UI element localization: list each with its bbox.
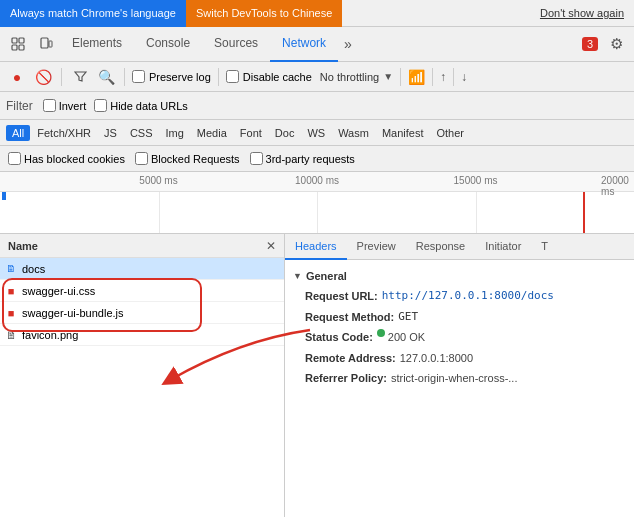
tab-headers[interactable]: Headers	[285, 234, 347, 260]
request-url-label: Request URL:	[305, 288, 378, 305]
devtools-tab-bar: Elements Console Sources Network » 3 ⚙	[0, 27, 634, 62]
tab-timing[interactable]: T	[531, 234, 558, 260]
tab-preview[interactable]: Preview	[347, 234, 406, 260]
filter-manifest-button[interactable]: Manifest	[376, 125, 430, 141]
filter-all-button[interactable]: All	[6, 125, 30, 141]
wifi-icon[interactable]: 📶	[408, 69, 425, 85]
tab-network[interactable]: Network	[270, 27, 338, 62]
detail-status-code: Status Code: 200 OK	[293, 327, 626, 348]
tl-label-1: 5000 ms	[139, 175, 177, 186]
filter-row3: Has blocked cookies Blocked Requests 3rd…	[0, 146, 634, 172]
filter-media-button[interactable]: Media	[191, 125, 233, 141]
disable-cache-input[interactable]	[226, 70, 239, 83]
detail-content: General Request URL: http://127.0.0.1:80…	[285, 260, 634, 395]
svg-rect-0	[12, 38, 17, 43]
import-har-icon[interactable]: ↑	[440, 70, 446, 84]
search-icon[interactable]: 🔍	[95, 66, 117, 88]
blocked-cookies-checkbox[interactable]: Has blocked cookies	[8, 152, 125, 165]
blocked-requests-input[interactable]	[135, 152, 148, 165]
referrer-policy-label: Referrer Policy:	[305, 370, 387, 387]
request-method-label: Request Method:	[305, 309, 394, 326]
settings-icon[interactable]: ⚙	[602, 30, 630, 58]
tl-label-3: 15000 ms	[454, 175, 498, 186]
preserve-log-input[interactable]	[132, 70, 145, 83]
throttling-dropdown-icon[interactable]: ▼	[383, 71, 393, 82]
third-party-input[interactable]	[250, 152, 263, 165]
main-content: Name ✕ 🗎 docs ■ swagger-ui.css ■ swagger…	[0, 234, 634, 517]
detail-pane: Headers Preview Response Initiator T Gen…	[285, 234, 634, 517]
request-row-docs[interactable]: 🗎 docs	[0, 258, 284, 280]
timeline-header: 5000 ms 10000 ms 15000 ms 20000 ms	[0, 172, 634, 192]
third-party-checkbox[interactable]: 3rd-party requests	[250, 152, 355, 165]
throttling-value: No throttling	[320, 71, 379, 83]
close-split-button[interactable]: ✕	[266, 239, 276, 253]
preserve-log-checkbox[interactable]: Preserve log	[132, 70, 211, 83]
disable-cache-checkbox[interactable]: Disable cache	[226, 70, 312, 83]
blue-marker	[2, 192, 6, 200]
img-file-icon: 🗎	[4, 328, 18, 342]
tl-label-4: 20000 ms	[601, 175, 629, 197]
filter-css-button[interactable]: CSS	[124, 125, 159, 141]
timeline-area: 5000 ms 10000 ms 15000 ms 20000 ms	[0, 172, 634, 234]
invert-checkbox[interactable]: Invert	[43, 99, 87, 112]
filter-label: Filter	[6, 99, 33, 113]
blocked-requests-checkbox[interactable]: Blocked Requests	[135, 152, 240, 165]
request-row-favicon[interactable]: 🗎 favicon.png	[0, 324, 284, 346]
request-row-swagger-css[interactable]: ■ swagger-ui.css	[0, 280, 284, 302]
device-toolbar-icon[interactable]	[32, 30, 60, 58]
tab-sources[interactable]: Sources	[202, 27, 270, 62]
more-tabs-button[interactable]: »	[338, 32, 358, 56]
toolbar-separator-1	[61, 68, 62, 86]
filter-doc-button[interactable]: Doc	[269, 125, 301, 141]
red-timeline-line	[583, 192, 585, 233]
request-row-swagger-js[interactable]: ■ swagger-ui-bundle.js	[0, 302, 284, 324]
svg-rect-4	[41, 38, 48, 48]
switch-devtools-button[interactable]: Switch DevTools to Chinese	[186, 0, 342, 27]
js-file-icon: ■	[4, 306, 18, 320]
tl-grid-2	[317, 192, 318, 233]
record-button[interactable]: ●	[6, 66, 28, 88]
blocked-cookies-input[interactable]	[8, 152, 21, 165]
toolbar-separator-3	[218, 68, 219, 86]
filter-ws-button[interactable]: WS	[301, 125, 331, 141]
svg-rect-1	[19, 38, 24, 43]
referrer-policy-value: strict-origin-when-cross-...	[391, 370, 518, 387]
toolbar-separator-4	[400, 68, 401, 86]
toolbar-separator-5	[432, 68, 433, 86]
tab-response[interactable]: Response	[406, 234, 476, 260]
filter-fetch-xhr-button[interactable]: Fetch/XHR	[31, 125, 97, 141]
inspect-icon[interactable]	[4, 30, 32, 58]
filter-img-button[interactable]: Img	[160, 125, 190, 141]
hide-data-urls-checkbox[interactable]: Hide data URLs	[94, 99, 188, 112]
css-file-icon: ■	[4, 284, 18, 298]
filter-bar: Filter Invert Hide data URLs	[0, 92, 634, 120]
request-url-value: http://127.0.0.1:8000/docs	[382, 288, 554, 305]
detail-remote-address: Remote Address: 127.0.0.1:8000	[293, 348, 626, 369]
detail-referrer-policy: Referrer Policy: strict-origin-when-cros…	[293, 368, 626, 389]
error-badge: 3	[582, 37, 598, 51]
download-icon[interactable]: ↓	[461, 70, 467, 84]
detail-tabs: Headers Preview Response Initiator T	[285, 234, 634, 260]
tab-initiator[interactable]: Initiator	[475, 234, 531, 260]
clear-log-button[interactable]: 🚫	[32, 66, 54, 88]
filter-js-button[interactable]: JS	[98, 125, 123, 141]
toolbar-separator-6	[453, 68, 454, 86]
remote-address-value: 127.0.0.1:8000	[400, 350, 473, 367]
filter-other-button[interactable]: Other	[430, 125, 470, 141]
tab-console[interactable]: Console	[134, 27, 202, 62]
filter-wasm-button[interactable]: Wasm	[332, 125, 375, 141]
filter-font-button[interactable]: Font	[234, 125, 268, 141]
filter-icon[interactable]	[69, 66, 91, 88]
tl-grid-3	[476, 192, 477, 233]
hide-data-urls-input[interactable]	[94, 99, 107, 112]
remote-address-label: Remote Address:	[305, 350, 396, 367]
general-section-header: General	[293, 270, 626, 282]
match-language-button[interactable]: Always match Chrome's language	[0, 0, 186, 27]
dont-show-link[interactable]: Don't show again	[540, 7, 624, 19]
status-dot-green	[377, 329, 385, 337]
tab-elements[interactable]: Elements	[60, 27, 134, 62]
top-banner: Always match Chrome's language Switch De…	[0, 0, 634, 27]
invert-input[interactable]	[43, 99, 56, 112]
svg-rect-3	[19, 45, 24, 50]
toolbar-separator-2	[124, 68, 125, 86]
